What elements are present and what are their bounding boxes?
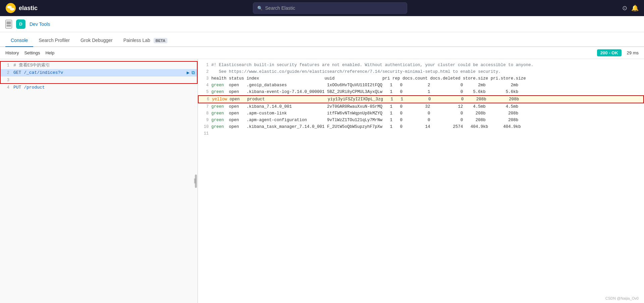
tab-painless-lab[interactable]: Painless Lab BETA <box>118 34 173 47</box>
output-line-num-9: 9 <box>199 117 211 123</box>
resize-icon: ‖ <box>194 178 196 184</box>
editor-panel[interactable]: 1 # 查看ES中的索引 2 GET /_cat/indices?v ▶ ⧉ 3… <box>0 59 198 303</box>
line-actions: ▶ ⧉ <box>187 69 198 77</box>
history-button[interactable]: History <box>5 50 19 55</box>
main-content: 1 # 查看ES中的索引 2 GET /_cat/indices?v ▶ ⧉ 3… <box>0 59 644 303</box>
secondary-nav: ☰ D Dev Tools <box>0 16 644 32</box>
output-line-content-9: green open .apm-agent-configuration 9vTl… <box>211 117 643 123</box>
output-line-10: 10 green open .kibana_task_manager_7.14.… <box>198 123 644 130</box>
output-line-5: 5 green open .kibana-event-log-7.14.0_00… <box>198 89 644 95</box>
help-button[interactable]: Help <box>45 50 54 55</box>
editor-line-3[interactable]: 3 <box>0 77 198 84</box>
output-line-content-2: See https://www.elastic.co/guide/en/elas… <box>211 68 643 75</box>
search-placeholder: Search Elastic <box>265 5 295 11</box>
output-line-num-5: 5 <box>199 89 211 95</box>
nav-right: ⊙ 🔔 <box>622 4 639 12</box>
editor-lines: 1 # 查看ES中的索引 2 GET /_cat/indices?v ▶ ⧉ 3… <box>0 59 198 94</box>
output-line-7: 7 green open .kibana_7.14.0_001 2vT0GAR0… <box>198 103 644 110</box>
beta-badge: BETA <box>154 38 167 43</box>
search-bar[interactable]: 🔍 Search Elastic <box>253 2 407 14</box>
svg-point-2 <box>10 8 14 10</box>
output-line-content-11 <box>211 130 643 137</box>
output-line-8: 8 green open .apm-custom-link itfFW6vNTn… <box>198 110 644 117</box>
timing-label: 29 ms <box>627 50 639 55</box>
output-line-2: 2 See https://www.elastic.co/guide/en/el… <box>198 68 644 75</box>
output-line-9: 9 green open .apm-agent-configuration 9v… <box>198 117 644 123</box>
search-bar-wrapper: 🔍 Search Elastic <box>43 2 617 14</box>
top-nav: elastic 🔍 Search Elastic ⊙ 🔔 <box>0 0 644 16</box>
output-line-num-7: 7 <box>199 103 211 110</box>
notification-icon[interactable]: 🔔 <box>631 4 639 12</box>
tab-console[interactable]: Console <box>5 34 33 47</box>
line-num-1: 1 <box>0 62 12 69</box>
output-line-num-6: 6 <box>200 96 212 103</box>
output-line-num-10: 10 <box>199 123 211 130</box>
tab-bar: Console Search Profiler Grok Debugger Pa… <box>0 32 644 47</box>
output-panel: 1 #! Elasticsearch built-in security fea… <box>198 59 644 303</box>
line-content-1: # 查看ES中的索引 <box>12 62 198 69</box>
output-line-3: 3 health status index uuid pri rep docs.… <box>198 75 644 82</box>
output-line-num-8: 8 <box>199 110 211 117</box>
tab-search-profiler[interactable]: Search Profiler <box>33 34 75 47</box>
output-line-content-10: green open .kibana_task_manager_7.14.0_0… <box>211 123 643 130</box>
output-line-content-3: health status index uuid pri rep docs.co… <box>211 75 643 82</box>
output-line-11: 11 <box>198 130 644 137</box>
line-content-2: GET /_cat/indices?v <box>12 69 187 77</box>
output-line-content-1: #! Elasticsearch built-in security featu… <box>211 62 643 68</box>
output-line-content-8: green open .apm-custom-link itfFW6vNTnWq… <box>211 110 643 117</box>
output-line-content-6: yellow open product yiy13yiFSZyI2IXDpL_3… <box>212 96 642 103</box>
breadcrumb-label[interactable]: Dev Tools <box>30 21 50 27</box>
elastic-logo-icon <box>5 3 16 13</box>
toolbar: History Settings Help 200 - OK 29 ms <box>0 47 644 59</box>
output-line-content-4: green open .geoip_databases 1xOOu6HvTQuV… <box>211 82 643 89</box>
output-line-content-7: green open .kibana_7.14.0_001 2vT0GAR0Rw… <box>211 103 643 110</box>
line-num-3: 3 <box>0 77 12 84</box>
line-num-4: 4 <box>0 84 12 91</box>
output-line-4: 4 green open .geoip_databases 1xOOu6HvTQ… <box>198 82 644 89</box>
line-num-2: 2 <box>0 69 12 77</box>
elastic-logo: elastic <box>5 3 38 13</box>
settings-button[interactable]: Settings <box>24 50 40 55</box>
tab-grok-debugger[interactable]: Grok Debugger <box>75 34 118 47</box>
output-line-6: 6 yellow open product yiy13yiFSZyI2IXDpL… <box>198 95 644 103</box>
elastic-logo-text: elastic <box>19 5 38 12</box>
line-content-4: PUT /product <box>12 84 198 91</box>
editor-line-2[interactable]: 2 GET /_cat/indices?v ▶ ⧉ <box>0 69 198 77</box>
search-icon: 🔍 <box>257 6 263 11</box>
output-line-num-1: 1 <box>199 62 211 68</box>
output-line-num-11: 11 <box>199 130 211 137</box>
watermark: CSDN @Naijia_Ov0 <box>605 296 639 300</box>
settings-icon[interactable]: ⊙ <box>622 4 627 12</box>
output-line-1: 1 #! Elasticsearch built-in security fea… <box>198 62 644 68</box>
resize-handle[interactable]: ‖ <box>195 174 197 188</box>
editor-line-4[interactable]: 4 PUT /product <box>0 84 198 91</box>
output-line-num-4: 4 <box>199 82 211 89</box>
status-badge: 200 - OK <box>597 49 622 56</box>
editor-line-1[interactable]: 1 # 查看ES中的索引 <box>0 62 198 69</box>
copy-icon[interactable]: ⧉ <box>192 69 195 77</box>
hamburger-button[interactable]: ☰ <box>5 20 12 29</box>
output-line-num-2: 2 <box>199 68 211 75</box>
output-line-content-5: green open .kibana-event-log-7.14.0_0000… <box>211 89 643 95</box>
breadcrumb-avatar: D <box>16 19 25 29</box>
output-line-num-3: 3 <box>199 75 211 82</box>
run-icon[interactable]: ▶ <box>187 69 190 77</box>
